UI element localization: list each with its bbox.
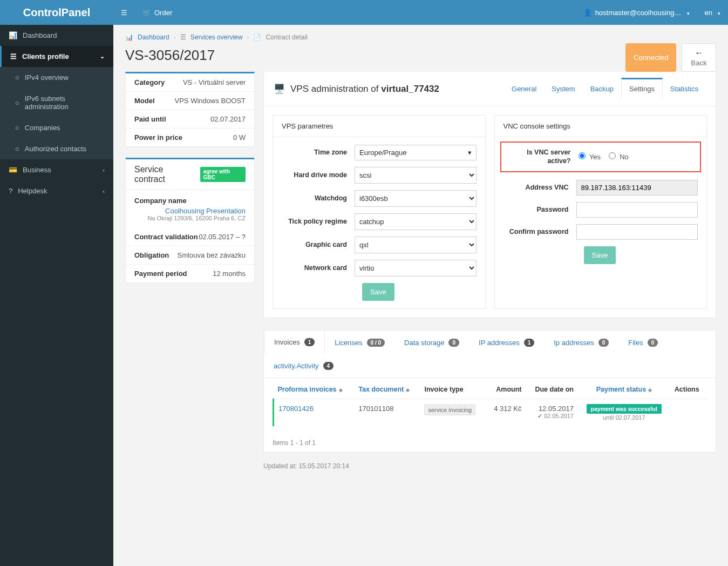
hdd-label: Hard drive mode — [282, 171, 355, 179]
contract-period-value: 12 months — [213, 269, 246, 278]
vnc-radio-no-wrapper[interactable]: No — [609, 153, 629, 161]
gfx-label: Graphic card — [282, 240, 355, 249]
btab-activity[interactable]: activity.Activity4 — [264, 354, 343, 378]
question-icon: ? — [9, 187, 12, 195]
th-due: Due date on — [526, 380, 578, 399]
arrow-left-icon: ← — [695, 48, 703, 58]
circle-icon: ○ — [15, 124, 19, 132]
circle-icon: ○ — [15, 73, 19, 82]
sidebar-item-contacts[interactable]: ○ Authorized contacts — [0, 138, 113, 159]
order-link[interactable]: 🛒 Order — [135, 9, 180, 17]
tab-backup[interactable]: Backup — [583, 79, 621, 98]
save-vnc-button[interactable]: Save — [584, 246, 616, 264]
user-menu[interactable]: 👤 hostmaster@coolhousing… — [576, 9, 697, 17]
monitor-icon: 🖥️ — [274, 83, 285, 95]
company-link[interactable]: Coolhousing Presentation — [165, 207, 246, 215]
sidebar-item-label: Helpdesk — [18, 187, 47, 195]
sidebar-item-business[interactable]: 💳 Business ‹ — [0, 159, 113, 180]
hdd-select[interactable]: scsi — [355, 167, 477, 184]
btab-files[interactable]: Files0 — [618, 331, 668, 354]
tz-select[interactable]: Europe/Prague ▾ — [355, 145, 477, 160]
gauge-icon: 📊 — [9, 31, 17, 39]
vnc-no-label: No — [620, 153, 629, 161]
sidebar-item-ipv6[interactable]: ○ IPv6 subnets administration — [0, 88, 113, 117]
breadcrumb-dashboard[interactable]: Dashboard — [138, 33, 169, 41]
connected-button[interactable]: Connected — [625, 43, 676, 72]
bottom-tabs-panel: Invoices1 Licenses0 / 0 Data storage0 IP… — [263, 330, 716, 453]
info-category-label: Category — [134, 78, 165, 86]
tax-cell: 170101108 — [354, 399, 420, 427]
info-power-label: Power in price — [134, 133, 182, 142]
btab-invoices[interactable]: Invoices1 — [264, 331, 325, 355]
sidebar-item-ipv4[interactable]: ○ IPv4 overview — [0, 67, 113, 88]
lang-label: en — [705, 9, 712, 17]
invoice-type-tag: service invoicing — [424, 405, 475, 415]
vnc-pass-input[interactable] — [576, 202, 698, 218]
vnc-cpass-input[interactable] — [576, 224, 698, 240]
menu-toggle-icon[interactable]: ☰ — [113, 9, 135, 17]
vps-title-name: virtual_77432 — [381, 84, 439, 94]
th-tax[interactable]: Tax document◆ — [354, 380, 420, 399]
vnc-active-label: Is VNC server active? — [506, 148, 579, 166]
btab-ip-lower[interactable]: Ip addresses0 — [544, 331, 618, 354]
badge: 0 — [598, 339, 609, 347]
gfx-select[interactable]: qxl — [355, 237, 477, 253]
lang-menu[interactable]: en — [697, 9, 728, 17]
btab-ip-upper[interactable]: IP addresses1 — [469, 331, 544, 354]
badge: 1 — [524, 339, 535, 347]
sidebar-item-dashboard[interactable]: 📊 Dashboard — [0, 25, 113, 46]
company-address: Na Okraji 1293/6, 16200 Praha 6, CZ — [134, 215, 246, 221]
btab-storage[interactable]: Data storage0 — [394, 331, 469, 354]
circle-icon: ○ — [15, 99, 19, 107]
tz-value: Europe/Prague — [359, 149, 406, 157]
sort-icon: ◆ — [406, 387, 410, 393]
net-label: Network card — [282, 264, 355, 272]
tab-settings[interactable]: Settings — [621, 78, 663, 98]
page-title: VS-3056/2017 — [125, 47, 215, 64]
contract-oblig-label: Obligation — [134, 251, 169, 259]
save-params-button[interactable]: Save — [362, 283, 394, 301]
vps-card: 🖥️ VPS administration of virtual_77432 G… — [263, 72, 716, 318]
chevron-down-icon — [685, 9, 690, 17]
breadcrumb-services[interactable]: Services overview — [190, 33, 243, 41]
back-button[interactable]: ← Back — [682, 43, 716, 72]
vnc-radio-no[interactable] — [609, 152, 616, 159]
sort-icon: ◆ — [648, 387, 652, 393]
vnc-panel: VNC console settings Is VNC server activ… — [494, 115, 707, 309]
info-model-label: Model — [134, 97, 155, 105]
sidebar-item-clients-profile[interactable]: ☰ Clients profile ⌄ — [0, 46, 113, 67]
th-status[interactable]: Payment status◆ — [578, 380, 670, 399]
sidebar-item-helpdesk[interactable]: ? Helpdesk ‹ — [0, 180, 113, 201]
sidebar-item-companies[interactable]: ○ Companies — [0, 117, 113, 138]
back-label: Back — [691, 59, 707, 67]
tab-general[interactable]: General — [504, 79, 544, 98]
table-footer: Items 1 - 1 of 1 — [264, 434, 716, 452]
proforma-link[interactable]: 170801426 — [278, 405, 314, 413]
btab-licenses[interactable]: Licenses0 / 0 — [325, 331, 394, 354]
tab-system[interactable]: System — [544, 79, 582, 98]
badge: 0 / 0 — [367, 339, 385, 347]
contract-period-label: Payment period — [134, 269, 187, 278]
vnc-radio-yes-wrapper[interactable]: Yes — [579, 153, 601, 161]
due-date2: 02.05.2017 — [544, 413, 574, 419]
service-contract-title: Service contract — [134, 165, 195, 184]
sidebar-item-label: Dashboard — [23, 31, 57, 39]
btab-label: IP addresses — [479, 339, 520, 347]
vnc-title: VNC console settings — [495, 116, 707, 137]
vnc-pass-label: Password — [504, 205, 576, 214]
tab-statistics[interactable]: Statistics — [663, 79, 706, 98]
contract-valid-value: 02.05.2017 – ? — [199, 233, 246, 241]
updated-at: Updated at: 15.05.2017 20:14 — [263, 462, 716, 470]
tick-select[interactable]: catchup — [355, 213, 477, 230]
vnc-cpass-label: Confirm password — [504, 227, 576, 236]
watchdog-select[interactable]: i6300esb — [355, 190, 477, 207]
th-proforma[interactable]: Proforma invoices◆ — [274, 380, 355, 399]
net-select[interactable]: virtio — [355, 260, 477, 277]
btab-label: Data storage — [404, 339, 444, 347]
vnc-radio-yes[interactable] — [579, 152, 586, 159]
sidebar: 📊 Dashboard ☰ Clients profile ⌄ ○ IPv4 o… — [0, 25, 113, 566]
sidebar-item-label: Business — [23, 166, 51, 174]
brand-logo: ControlPanel — [0, 6, 113, 19]
vps-params-panel: VPS parametres Time zone Europe/Prague ▾ — [273, 115, 486, 309]
payment-status-badge: payment was successful — [587, 404, 662, 414]
